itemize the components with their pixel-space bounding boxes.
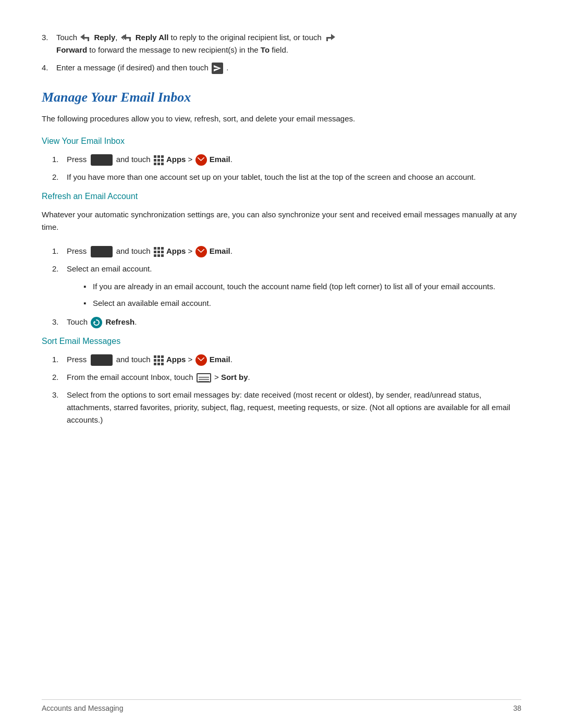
sort-step2-content: From the email account Inbox, touch > So…: [67, 371, 521, 384]
svg-rect-8: [161, 155, 164, 158]
refresh-heading: Refresh an Email Account: [42, 192, 521, 201]
svg-rect-16: [154, 247, 156, 250]
sort-step2-period: .: [248, 373, 250, 381]
apps-grid-icon-3: [153, 355, 164, 365]
svg-rect-22: [154, 254, 156, 257]
svg-rect-30: [154, 359, 156, 362]
view-step1-apps: Apps: [166, 155, 186, 164]
refresh-bullet1: ▪ If you are already in an email account…: [83, 280, 521, 293]
refresh-step1-arrow: >: [188, 246, 195, 255]
svg-rect-28: [157, 355, 160, 358]
svg-rect-34: [157, 363, 160, 365]
svg-rect-32: [161, 359, 164, 362]
sort-step3-content: Select from the options to sort email me…: [67, 389, 521, 426]
bullet-marker-1: ▪: [83, 280, 93, 293]
svg-rect-13: [157, 163, 160, 165]
sort-step1-num: 1.: [52, 353, 67, 366]
svg-rect-21: [161, 251, 164, 253]
page-container: 3. Touch Reply, Reply All: [0, 0, 563, 476]
view-step2-num: 2.: [52, 171, 67, 183]
svg-rect-20: [157, 251, 160, 253]
svg-marker-3: [326, 34, 335, 41]
svg-rect-7: [157, 155, 160, 158]
step3-text1: Touch: [56, 33, 77, 42]
refresh-step1-apps: Apps: [166, 246, 186, 255]
refresh-period: .: [134, 317, 137, 326]
sort-by-label: Sort by: [221, 373, 248, 381]
svg-rect-27: [154, 355, 156, 358]
step4-period: .: [226, 63, 228, 72]
sort-step2: 2. From the email account Inbox, touch >…: [52, 371, 521, 384]
sort-step1-mid: and touch: [116, 355, 153, 364]
to-label: To: [261, 45, 270, 54]
svg-rect-12: [154, 163, 156, 165]
step3-text3: to forward the message to new recipient(…: [89, 45, 261, 54]
refresh-step2: 2. Select an email account.: [52, 263, 521, 275]
svg-rect-33: [154, 363, 156, 365]
refresh-step3: 3. Touch Refresh.: [52, 316, 521, 328]
top-steps: 3. Touch Reply, Reply All: [42, 31, 521, 74]
step-4-enter: 4. Enter a message (if desired) and then…: [42, 61, 521, 74]
home-button-icon: [91, 154, 113, 166]
sort-step1-content: Press and touch: [67, 353, 521, 366]
reply-icon: [79, 33, 94, 42]
manage-intro: The following procedures allow you to vi…: [42, 113, 521, 125]
reply-label: Reply: [94, 33, 115, 42]
view-step1-pre: Press: [67, 155, 87, 164]
email-app-icon: [195, 154, 207, 166]
footer-left: Accounts and Messaging: [42, 704, 123, 712]
view-step2: 2. If you have more than one account set…: [52, 171, 521, 183]
refresh-step1-mid: and touch: [116, 246, 153, 255]
sort-step1-arrow: >: [188, 355, 195, 364]
sort-step2-arrow: >: [214, 373, 221, 381]
svg-rect-4: [212, 63, 223, 74]
refresh-step1-num: 1.: [52, 245, 67, 257]
refresh-step2-num: 2.: [52, 263, 67, 275]
refresh-bullets: ▪ If you are already in an email account…: [83, 280, 521, 310]
home-button-icon-2: [91, 246, 113, 257]
refresh-step1: 1. Press and touch: [52, 245, 521, 257]
bullet-marker-2: ▪: [83, 297, 93, 310]
sort-list: 1. Press and touch: [52, 353, 521, 426]
sort-step2-num: 2.: [52, 371, 67, 384]
refresh-step1-pre: Press: [67, 246, 87, 255]
svg-rect-31: [157, 359, 160, 362]
view-inbox-list: 1. Press and touch: [52, 153, 521, 183]
svg-marker-0: [80, 34, 89, 41]
svg-rect-23: [157, 254, 160, 257]
view-inbox-heading: View Your Email Inbox: [42, 137, 521, 146]
forward-icon: [324, 33, 336, 42]
manage-heading: Manage Your Email Inbox: [42, 90, 521, 105]
refresh-label: Refresh: [105, 317, 134, 326]
reply-all-icon: [120, 33, 136, 42]
refresh-intro: Whatever your automatic synchronization …: [42, 208, 521, 233]
view-step1-mid: and touch: [116, 155, 153, 164]
view-step2-content: If you have more than one account set up…: [67, 171, 521, 183]
sort-step3: 3. Select from the options to sort email…: [52, 389, 521, 426]
step3-text2: to reply to the original recipient list,…: [171, 33, 324, 42]
view-step1-arrow: >: [188, 155, 195, 164]
view-step1-num: 1.: [52, 153, 67, 166]
view-step1: 1. Press and touch: [52, 153, 521, 166]
refresh-bullet2-text: Select an available email account.: [93, 297, 521, 310]
svg-rect-17: [157, 247, 160, 250]
refresh-icon: [91, 317, 102, 328]
step3-comma: ,: [115, 33, 117, 42]
svg-rect-35: [161, 363, 164, 365]
footer-right: 38: [513, 704, 521, 712]
view-step1-email: Email: [210, 155, 230, 164]
reply-all-label: Reply All: [136, 33, 169, 42]
step-3-number: 3.: [42, 31, 56, 56]
refresh-step1-content: Press and touch: [67, 245, 521, 257]
svg-rect-29: [161, 355, 164, 358]
forward-label: Forward: [56, 45, 87, 54]
refresh-step3-content: Touch Refresh.: [67, 316, 521, 328]
svg-rect-19: [154, 251, 156, 253]
step3-text4: field.: [272, 45, 288, 54]
refresh-step1-email: Email: [210, 246, 230, 255]
sort-step3-num: 3.: [52, 389, 67, 426]
svg-rect-6: [154, 155, 156, 158]
sort-menu-icon: [197, 373, 211, 382]
sort-step1: 1. Press and touch: [52, 353, 521, 366]
send-icon: [211, 63, 226, 72]
